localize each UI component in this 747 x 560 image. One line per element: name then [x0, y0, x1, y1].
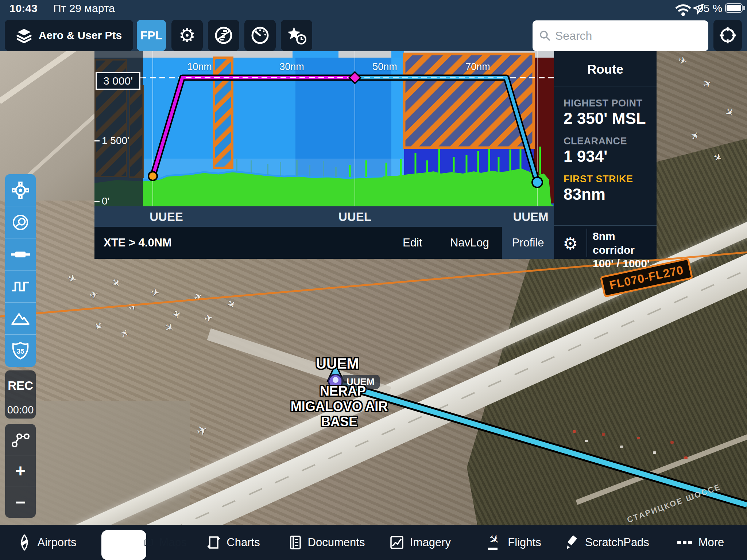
first-strike-value: 83nm [564, 185, 605, 203]
search-icon [539, 30, 551, 42]
map-layers-button[interactable]: Aero & User Pts [5, 20, 133, 51]
divider [554, 86, 657, 86]
fpl-button[interactable]: FPL [137, 20, 166, 51]
tab-charts[interactable]: Charts [187, 525, 280, 560]
runway-icon [11, 250, 30, 259]
tab-documents[interactable]: Documents [280, 525, 374, 560]
map-zoom-group: + − [5, 424, 36, 518]
waypoint-label-uuee[interactable]: UUEE [141, 210, 192, 224]
track-recorder-group: REC 00:00 [5, 370, 36, 419]
route-line[interactable] [336, 383, 747, 505]
traffic-pattern-button[interactable] [5, 206, 36, 238]
tab-label: Maps [159, 536, 187, 549]
step-line-icon [11, 280, 30, 293]
layers-button-label: Aero & User Pts [39, 29, 122, 42]
runway-proximity-button[interactable] [5, 238, 36, 271]
navlog-button[interactable]: NavLog [450, 236, 489, 249]
more-icon [677, 540, 693, 545]
highest-point-value: 2 350' MSL [564, 109, 646, 128]
route-editor-button[interactable] [5, 424, 36, 455]
speed-limit-button[interactable]: 35 [5, 335, 36, 367]
imagery-icon [390, 535, 404, 550]
tab-label: More [698, 536, 724, 549]
weather-fronts-icon [214, 26, 233, 45]
mountain-icon [11, 312, 30, 326]
distance-label-10nm: 10nm [181, 61, 218, 73]
track-timer: 00:00 [5, 401, 36, 419]
shield-icon: 35 [12, 342, 29, 360]
selected-tab-background [101, 530, 146, 560]
waypoint-label-uuem[interactable]: UUEM [505, 210, 556, 224]
battery-percent: 95 % [697, 2, 722, 15]
instruments-button[interactable] [244, 20, 276, 51]
clock: 10:43 [9, 2, 38, 15]
layers-icon [16, 28, 32, 43]
tab-label: Airports [38, 536, 77, 549]
tab-maps[interactable]: Maps [93, 525, 187, 560]
wifi-icon [675, 4, 692, 16]
corridor-settings-row[interactable]: ⚙ 8nm corridor 100' / 1000' [554, 225, 657, 259]
tab-more[interactable]: More [654, 525, 747, 560]
tab-imagery[interactable]: Imagery [374, 525, 467, 560]
maps-icon [144, 535, 153, 550]
battery-tip [743, 6, 745, 10]
tab-scratchpads[interactable]: ScratchPads [560, 525, 654, 560]
route-panel: Route HIGHEST POINT 2 350' MSL CLEARANCE… [554, 51, 657, 259]
map-label-base: BASE [288, 414, 390, 429]
gauge-icon [251, 26, 270, 45]
tab-label: Flights [508, 536, 541, 549]
foreflight-screen: ✈ ✈ ✈ ✈ ✈ ✈ ✈ ✈ ✈ ✈ ✈ ✈ ✈ ✈ ✈ ✈ ✈ ✈ [0, 0, 747, 560]
corridor-gear-icon[interactable]: ⚙ [563, 234, 578, 253]
search-input[interactable] [555, 29, 694, 43]
tab-label: ScratchPads [585, 536, 649, 549]
corridor-width: 8nm corridor [593, 229, 657, 257]
map-airport-code-label: UUEM [306, 355, 368, 372]
profile-tab-selected[interactable]: Profile [502, 227, 554, 259]
favorites-recents-button[interactable] [281, 20, 312, 51]
altitude-label-1500: 1 500' [102, 135, 129, 147]
departure-waypoint-dot[interactable] [148, 172, 157, 180]
terrain-button[interactable] [5, 303, 36, 335]
destination-waypoint-dot[interactable] [532, 177, 542, 187]
profile-tab-label: Profile [512, 236, 544, 249]
settings-button[interactable]: ⚙ [171, 20, 203, 51]
gear-icon: ⚙ [179, 24, 196, 46]
tab-label: Imagery [410, 536, 451, 549]
distance-label-50nm: 50nm [367, 61, 403, 73]
altitude-tick [94, 140, 100, 141]
zoom-in-button[interactable]: + [5, 455, 36, 486]
map-tools-group: 35 [5, 174, 36, 367]
altitude-preview-button[interactable] [5, 271, 36, 303]
divider [587, 229, 587, 257]
battery-icon [725, 3, 743, 13]
date: Пт 29 марта [53, 2, 115, 15]
altitude-tick [94, 201, 100, 202]
corridor-buffers: 100' / 1000' [593, 257, 657, 271]
waypoint-label-row: UUEE UUEL UUEM [94, 206, 554, 227]
star-clock-icon [286, 26, 307, 45]
search-box[interactable] [533, 20, 708, 51]
own-position-icon [12, 182, 29, 199]
route-panel-title: Route [554, 62, 657, 77]
shield-value: 35 [16, 347, 24, 355]
flight-plan-toolbar: XTE > 4.0NM Edit NavLog Profile [94, 227, 554, 259]
tab-airports[interactable]: Airports [0, 525, 93, 560]
altitude-label-0: 0' [102, 195, 109, 206]
locate-me-button[interactable] [713, 20, 742, 51]
waypoint-label-uuel[interactable]: UUEL [329, 210, 380, 224]
clearance-value: 1 934' [564, 147, 608, 166]
selected-altitude-box[interactable]: 3 000' [96, 72, 140, 90]
weather-fronts-button[interactable] [208, 20, 239, 51]
svg-text:✈: ✈ [486, 534, 502, 548]
flights-icon: ✈ [486, 534, 502, 551]
edit-button[interactable]: Edit [403, 236, 422, 249]
distance-label-70nm: 70nm [460, 61, 496, 73]
tab-flights[interactable]: ✈ Flights [467, 525, 560, 560]
record-track-button[interactable]: REC [5, 370, 36, 401]
route-icon [11, 432, 30, 448]
corridor-settings-text: 8nm corridor 100' / 1000' [593, 229, 657, 271]
center-on-position-button[interactable] [5, 174, 36, 206]
zoom-out-button[interactable]: − [5, 486, 36, 518]
profile-chart-svg [94, 51, 554, 206]
profile-chart[interactable]: 3 000' 1 500' 0' 10nm 30nm 50nm 70nm [94, 51, 554, 206]
